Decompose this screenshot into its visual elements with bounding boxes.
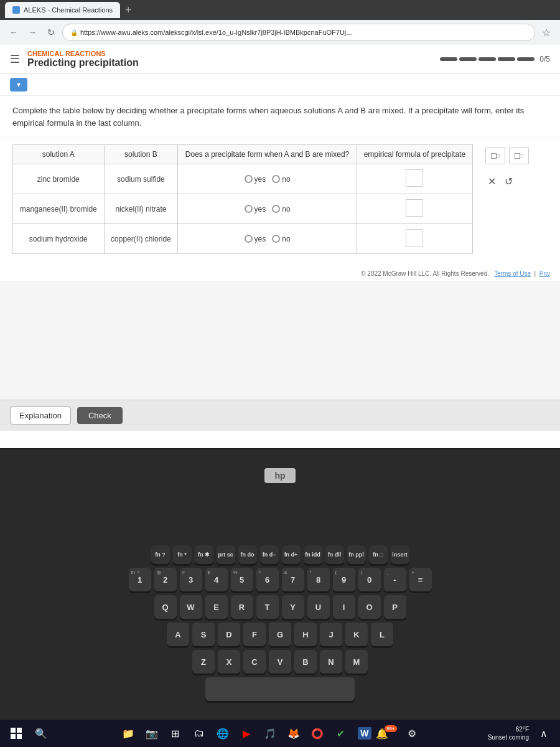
radio-yes-1[interactable]: yes [245,175,266,184]
key-s[interactable]: S [192,622,215,646]
key-i[interactable]: I [333,595,355,619]
key-4[interactable]: $4 [205,568,228,591]
taskbar-notification-app[interactable]: 🔔 99+ [377,722,399,745]
key-r[interactable]: R [231,595,253,619]
key-f[interactable]: F [243,622,266,646]
radio-circle-no-3 [272,235,280,243]
taskbar-youtube[interactable]: ▶ [235,722,258,745]
fn-dplus-key[interactable]: fn d+ [282,545,301,564]
fn-hash-key[interactable]: fn ✱ [195,545,213,564]
menu-icon[interactable]: ☰ [10,52,20,66]
key-y[interactable]: Y [282,595,304,619]
radio-yes-3[interactable]: yes [245,235,266,243]
terms-link[interactable]: Terms of Use [494,270,531,277]
key-c[interactable]: C [243,650,266,674]
taskbar-circle-app[interactable]: ⭕ [306,722,329,745]
formula-input-2[interactable] [406,199,423,217]
key-h[interactable]: H [294,622,317,646]
taskbar-grid-app[interactable]: ⊞ [164,722,187,745]
taskbar-folder-yellow[interactable]: 🗂 [188,722,210,745]
space-key[interactable] [205,677,355,701]
forward-button[interactable]: → [25,25,40,40]
taskbar-file-explorer[interactable]: 📁 [117,722,139,745]
key-m[interactable]: M [345,650,368,674]
taskbar-camera[interactable]: 📷 [141,722,163,745]
key-equals[interactable]: += [409,568,432,591]
formula-cell-3[interactable] [357,224,472,254]
radio-no-3[interactable]: no [272,235,290,243]
explanation-button[interactable]: Explanation [10,406,71,425]
solution-b-2: nickel(II) nitrate [104,194,178,224]
key-8[interactable]: *8 [307,568,330,591]
key-j[interactable]: J [320,622,342,646]
taskbar-browser-edge[interactable]: 🌐 [212,722,234,745]
key-g[interactable]: G [269,622,291,646]
key-3[interactable]: #3 [180,568,202,591]
subscript-button[interactable]: □□ [509,147,529,164]
fn-dll-key[interactable]: fn dll [325,545,344,564]
fn-ppl-key[interactable]: fn ppl [347,545,366,564]
taskbar-w-app[interactable]: W [353,722,376,745]
key-q[interactable]: Q [154,595,177,619]
insert-key[interactable]: insert [391,545,409,564]
clear-button[interactable]: ✕ [485,173,498,190]
key-p[interactable]: P [384,595,406,619]
key-b[interactable]: B [294,650,317,674]
key-minus[interactable]: _- [384,568,406,591]
key-x[interactable]: X [218,650,240,674]
fn-prt-key[interactable]: prt sc [217,545,235,564]
key-9[interactable]: (9 [333,568,355,591]
key-o[interactable]: O [358,595,381,619]
key-5[interactable]: %5 [231,568,253,591]
taskbar-settings-gear[interactable]: ⚙ [401,722,423,745]
search-button[interactable]: 🔍 [30,722,52,745]
check-button[interactable]: Check [77,407,123,424]
fn-do-key[interactable]: fn do [238,545,257,564]
key-a[interactable]: A [167,622,189,646]
key-d[interactable]: D [218,622,240,646]
key-w[interactable]: W [180,595,202,619]
radio-yes-2[interactable]: yes [245,205,266,214]
fn-star-key[interactable]: fn * [173,545,192,564]
key-n[interactable]: N [320,650,342,674]
fn-d-key[interactable]: fn d– [260,545,279,564]
key-u[interactable]: U [307,595,330,619]
superscript-button[interactable]: □□ [485,147,505,164]
fn-o-key[interactable]: fn □ [369,545,388,564]
content-area: ☰ CHEMICAL REACTIONS Predicting precipit… [0,45,560,431]
key-backtick[interactable]: fn ?1 [129,568,151,591]
formula-cell-2[interactable] [357,194,472,224]
fn-key[interactable]: fn ? [151,545,170,564]
windows-start-button[interactable] [5,722,27,745]
formula-input-1[interactable] [406,169,423,187]
privacy-link[interactable]: Priv [539,270,550,277]
address-bar[interactable]: 🔒 https://www-awu.aleks.com/alekscgi/x/l… [62,24,535,41]
back-button[interactable]: ← [6,25,21,40]
radio-no-1[interactable]: no [272,175,290,184]
taskbar-media-player[interactable]: 🎵 [259,722,281,745]
radio-no-2[interactable]: no [272,205,290,214]
key-t[interactable]: T [256,595,279,619]
taskbar-check-app[interactable]: ✔ [330,722,352,745]
key-v[interactable]: V [269,650,291,674]
active-tab[interactable]: ALEKS - Chemical Reactions [5,2,120,18]
key-k[interactable]: K [345,622,368,646]
bookmark-button[interactable]: ☆ [539,25,554,40]
key-z[interactable]: Z [192,650,215,674]
key-l[interactable]: L [371,622,393,646]
fn-idd-key[interactable]: fn idd [304,545,322,564]
key-0[interactable]: )0 [358,568,381,591]
formula-cell-1[interactable] [357,164,472,194]
key-2[interactable]: @2 [154,568,177,591]
key-7[interactable]: &7 [282,568,304,591]
new-tab-button[interactable]: + [125,4,132,17]
chevron-down-button[interactable]: ▾ [10,78,27,92]
refresh-button[interactable]: ↻ [44,25,58,40]
taskbar-firefox[interactable]: 🦊 [282,722,305,745]
taskbar-chevron-up[interactable]: ∧ [533,722,555,745]
key-6[interactable]: ^6 [256,568,279,591]
formula-input-3[interactable] [406,229,423,247]
undo-button[interactable]: ↺ [502,173,515,190]
key-e[interactable]: E [205,595,228,619]
solution-a-2: manganese(II) bromide [13,194,105,224]
